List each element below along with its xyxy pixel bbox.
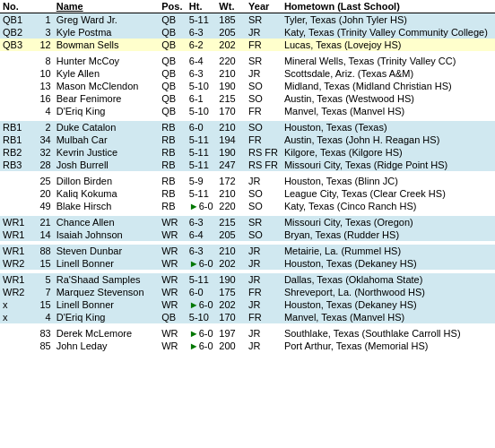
player-number: 21 — [28, 216, 54, 228]
player-wt: 205 — [216, 26, 246, 39]
player-year: FR — [246, 311, 282, 323]
player-pos: QB — [159, 13, 187, 27]
player-pos: RB — [159, 159, 187, 171]
player-ht: 5-10 — [187, 311, 217, 323]
player-wt: 210 — [216, 187, 246, 200]
header-hometown: Hometown (Last School) — [282, 0, 495, 13]
player-hometown: Manvel, Texas (Manvel HS) — [282, 105, 495, 117]
player-name: Kaliq Kokuma — [54, 187, 160, 200]
player-hometown: Southlake, Texas (Southlake Carroll HS) — [282, 327, 495, 340]
player-number: 8 — [28, 55, 54, 67]
player-hometown: Scottsdale, Ariz. (Texas A&M) — [282, 67, 495, 80]
group-label — [0, 187, 28, 200]
player-wt: 194 — [216, 134, 246, 146]
player-wt: 220 — [216, 200, 246, 212]
player-hometown: Port Arthur, Texas (Memorial HS) — [282, 340, 495, 352]
player-wt: 197 — [216, 327, 246, 340]
arrow-icon: ► — [189, 328, 199, 339]
player-wt: 175 — [216, 286, 246, 298]
group-label: WR1 — [0, 228, 28, 241]
table-row: QB11Greg Ward Jr.QB5-11185SRTyler, Texas… — [0, 13, 495, 27]
player-year: SR — [246, 216, 282, 228]
player-year: JR — [246, 257, 282, 270]
player-number: 85 — [28, 340, 54, 352]
player-number: 16 — [28, 92, 54, 105]
player-year: SR — [246, 55, 282, 67]
player-hometown: Austin, Texas (Westwood HS) — [282, 92, 495, 105]
player-year: SO — [246, 228, 282, 241]
table-row: QB23Kyle PostmaQB6-3205JRKaty, Texas (Tr… — [0, 26, 495, 39]
player-pos: WR — [159, 298, 187, 311]
player-wt: 210 — [216, 121, 246, 134]
group-label: RB1 — [0, 121, 28, 134]
player-number: 15 — [28, 257, 54, 270]
player-pos: QB — [159, 55, 187, 67]
player-pos: RB — [159, 121, 187, 134]
roster-table: No. Name Pos. Ht. Wt. Year Hometown (Las… — [0, 0, 495, 352]
table-row: RB232Kevrin JusticeRB5-11190RS FRKilgore… — [0, 146, 495, 159]
player-year: JR — [246, 273, 282, 286]
group-label — [0, 80, 28, 92]
arrow-icon: ► — [189, 340, 199, 351]
table-row: WR15Ra'Shaad SamplesWR5-11190JRDallas, T… — [0, 273, 495, 286]
player-pos: QB — [159, 39, 187, 51]
player-year: SO — [246, 92, 282, 105]
table-row: 85John LedayWR►6-0200JRPort Arthur, Texa… — [0, 340, 495, 352]
player-ht: 6-4 — [187, 55, 217, 67]
player-hometown: Metairie, La. (Rummel HS) — [282, 245, 495, 257]
player-ht: 5-11 — [187, 146, 217, 159]
player-pos: WR — [159, 286, 187, 298]
player-wt: 210 — [216, 67, 246, 80]
table-row: 16Bear FenimoreQB6-1215SOAustin, Texas (… — [0, 92, 495, 105]
player-ht: ►6-0 — [187, 200, 217, 212]
table-row: 25Dillon BirdenRB5-9172JRHouston, Texas … — [0, 175, 495, 187]
player-number: 1 — [28, 13, 54, 27]
player-hometown: Houston, Texas (Blinn JC) — [282, 175, 495, 187]
player-hometown: Shreveport, La. (Northwood HS) — [282, 286, 495, 298]
player-ht: 6-4 — [187, 228, 217, 241]
player-name: Steven Dunbar — [54, 245, 160, 257]
player-year: RS FR — [246, 146, 282, 159]
player-year: JR — [246, 175, 282, 187]
player-ht: 6-3 — [187, 26, 217, 39]
group-label: RB3 — [0, 159, 28, 171]
player-ht: 5-10 — [187, 105, 217, 117]
table-row: RB328Josh BurrellRB5-11247RS FRMissouri … — [0, 159, 495, 171]
player-name: Dillon Birden — [54, 175, 160, 187]
player-name: Mulbah Car — [54, 134, 160, 146]
player-year: JR — [246, 26, 282, 39]
player-ht: 5-11 — [187, 13, 217, 27]
player-pos: WR — [159, 257, 187, 270]
table-row: x15Linell BonnerWR►6-0202JRHouston, Texa… — [0, 298, 495, 311]
player-ht: 6-1 — [187, 92, 217, 105]
header-ht: Ht. — [187, 0, 217, 13]
player-wt: 172 — [216, 175, 246, 187]
player-year: FR — [246, 286, 282, 298]
group-label — [0, 340, 28, 352]
table-row: 49Blake HirschRB►6-0220SOKaty, Texas (Ci… — [0, 200, 495, 212]
group-label — [0, 327, 28, 340]
player-wt: 190 — [216, 273, 246, 286]
player-ht: 5-10 — [187, 80, 217, 92]
table-row: RB134Mulbah CarRB5-11194FRAustin, Texas … — [0, 134, 495, 146]
player-number: 4 — [28, 311, 54, 323]
player-hometown: Katy, Texas (Trinity Valley Community Co… — [282, 26, 495, 39]
player-name: Isaiah Johnson — [54, 228, 160, 241]
player-pos: QB — [159, 311, 187, 323]
player-wt: 190 — [216, 80, 246, 92]
player-year: FR — [246, 134, 282, 146]
player-hometown: Lucas, Texas (Lovejoy HS) — [282, 39, 495, 51]
player-year: JR — [246, 327, 282, 340]
player-year: SO — [246, 200, 282, 212]
player-pos: QB — [159, 92, 187, 105]
player-name: Bowman Sells — [54, 39, 160, 51]
player-number: 25 — [28, 175, 54, 187]
player-name: Linell Bonner — [54, 298, 160, 311]
player-hometown: Midland, Texas (Midland Christian HS) — [282, 80, 495, 92]
player-hometown: Kilgore, Texas (Kilgore HS) — [282, 146, 495, 159]
player-wt: 210 — [216, 245, 246, 257]
player-wt: 202 — [216, 39, 246, 51]
player-number: 15 — [28, 298, 54, 311]
player-pos: QB — [159, 67, 187, 80]
player-name: D'Eriq King — [54, 311, 160, 323]
